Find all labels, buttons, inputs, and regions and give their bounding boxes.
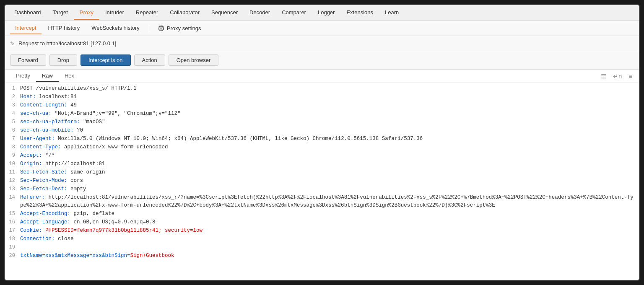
sub-tab-intercept[interactable]: Intercept bbox=[10, 22, 42, 34]
request-bar: ✎ Request to http://localhost:81 [127.0.… bbox=[5, 36, 639, 51]
divider bbox=[149, 24, 149, 33]
line-number: 4 bbox=[8, 110, 20, 118]
line-content: Connection: close bbox=[20, 235, 636, 243]
code-line-16: 16Accept-Language: en-GB,en-US;q=0.9,en;… bbox=[5, 218, 639, 227]
line-content: Host: localhost:81 bbox=[20, 93, 636, 101]
code-line-2: 2Host: localhost:81 bbox=[5, 93, 639, 101]
code-line-18: 18Connection: close bbox=[5, 235, 639, 244]
line-number: 15 bbox=[8, 210, 20, 218]
sub-tab-http-history[interactable]: HTTP history bbox=[43, 22, 85, 34]
line-number: 18 bbox=[8, 235, 20, 243]
newline-icon[interactable]: ↵n bbox=[611, 72, 623, 81]
code-line-19: 19 bbox=[5, 244, 639, 252]
tab-intruder[interactable]: Intruder bbox=[99, 6, 130, 20]
line-number: 20 bbox=[8, 252, 20, 260]
proxy-settings-button[interactable]: Proxy settings bbox=[153, 23, 205, 34]
view-tab-raw[interactable]: Raw bbox=[36, 70, 59, 82]
line-number: 19 bbox=[8, 244, 20, 251]
view-tab-pretty[interactable]: Pretty bbox=[10, 70, 36, 82]
code-line-8: 8Content-Type: application/x-www-form-ur… bbox=[5, 143, 639, 152]
view-tab-hex[interactable]: Hex bbox=[59, 70, 80, 82]
proxy-settings-label: Proxy settings bbox=[167, 25, 201, 31]
line-content: Accept-Language: en-GB,en-US;q=0.9,en;q=… bbox=[20, 218, 636, 226]
tab-repeater[interactable]: Repeater bbox=[130, 6, 164, 20]
line-number: 12 bbox=[8, 177, 20, 185]
code-line-13: 13Sec-Fetch-Dest: empty bbox=[5, 185, 639, 194]
line-number: 11 bbox=[8, 168, 20, 176]
code-line-3: 3Content-Length: 49 bbox=[5, 101, 639, 110]
tab-logger[interactable]: Logger bbox=[312, 6, 340, 20]
menu-icon[interactable]: ≡ bbox=[627, 72, 634, 80]
request-url: Request to http://localhost:81 [127.0.0.… bbox=[18, 40, 116, 47]
tab-sequencer[interactable]: Sequencer bbox=[205, 6, 244, 20]
code-line-12: 12Sec-Fetch-Mode: cors bbox=[5, 177, 639, 185]
line-content: Accept: */* bbox=[20, 152, 636, 160]
line-content: sec-ch-ua: "Not;A-Brand";v="99", "Chromi… bbox=[20, 110, 636, 118]
line-content: txtName=xss&mtxMessage=xss&btnSign=Sign+… bbox=[20, 252, 636, 260]
code-line-7: 7User-Agent: Mozilla/5.0 (Windows NT 10.… bbox=[5, 135, 639, 143]
line-number: 6 bbox=[8, 127, 20, 135]
code-line-4: 4sec-ch-ua: "Not;A-Brand";v="99", "Chrom… bbox=[5, 110, 639, 118]
tab-decoder[interactable]: Decoder bbox=[244, 6, 276, 20]
line-number: 8 bbox=[8, 143, 20, 151]
code-line-17: 17Cookie: PHPSESSID=fekmn7q977k31b0bg11i… bbox=[5, 227, 639, 235]
line-number: 5 bbox=[8, 118, 20, 126]
tab-dashboard[interactable]: Dashboard bbox=[8, 6, 47, 20]
action-bar: Forward Drop Intercept is on Action Open… bbox=[5, 51, 639, 70]
list-icon[interactable]: ☰ bbox=[599, 72, 608, 81]
line-content: User-Agent: Mozilla/5.0 (Windows NT 10.0… bbox=[20, 135, 636, 143]
line-number: 3 bbox=[8, 101, 20, 109]
forward-button[interactable]: Forward bbox=[10, 54, 46, 66]
line-number: 9 bbox=[8, 152, 20, 160]
code-line-20: 20txtName=xss&mtxMessage=xss&btnSign=Sig… bbox=[5, 252, 639, 260]
open-browser-button[interactable]: Open browser bbox=[169, 54, 219, 66]
code-line-5: 5sec-ch-ua-platform: "macOS" bbox=[5, 118, 639, 127]
line-content: Sec-Fetch-Site: same-origin bbox=[20, 168, 636, 176]
pencil-icon: ✎ bbox=[10, 40, 15, 47]
line-content: Accept-Encoding: gzip, deflate bbox=[20, 210, 636, 218]
code-editor[interactable]: 1POST /vulnerabilities/xss_s/ HTTP/1.12H… bbox=[5, 83, 639, 280]
tab-target[interactable]: Target bbox=[47, 6, 74, 20]
main-nav: Dashboard Target Proxy Intruder Repeater… bbox=[5, 5, 639, 21]
code-line-14: 14Referer: http://localhost:81/vulnerabi… bbox=[5, 194, 639, 210]
line-content: Content-Length: 49 bbox=[20, 101, 636, 109]
drop-button[interactable]: Drop bbox=[49, 54, 77, 66]
code-line-6: 6sec-ch-ua-mobile: ?0 bbox=[5, 127, 639, 135]
line-content: Referer: http://localhost:81/vulnerabili… bbox=[20, 194, 636, 210]
line-number: 7 bbox=[8, 135, 20, 143]
tab-collaborator[interactable]: Collaborator bbox=[164, 6, 205, 20]
line-number: 2 bbox=[8, 93, 20, 101]
line-content: sec-ch-ua-platform: "macOS" bbox=[20, 118, 636, 126]
code-line-10: 10Origin: http://localhost:81 bbox=[5, 160, 639, 168]
view-tab-actions: ☰ ↵n ≡ bbox=[599, 72, 634, 81]
line-number: 14 bbox=[8, 194, 20, 202]
code-line-1: 1POST /vulnerabilities/xss_s/ HTTP/1.1 bbox=[5, 85, 639, 93]
tab-learn[interactable]: Learn bbox=[379, 6, 405, 20]
line-number: 10 bbox=[8, 160, 20, 168]
burpsuite-window: Dashboard Target Proxy Intruder Repeater… bbox=[4, 4, 640, 281]
tab-proxy[interactable]: Proxy bbox=[74, 6, 99, 20]
line-content: sec-ch-ua-mobile: ?0 bbox=[20, 127, 636, 135]
code-line-9: 9Accept: */* bbox=[5, 152, 639, 160]
intercept-toggle-button[interactable]: Intercept is on bbox=[80, 54, 131, 66]
gear-icon bbox=[158, 25, 164, 32]
proxy-sub-tabs: Intercept HTTP history WebSockets histor… bbox=[5, 21, 639, 36]
line-number: 13 bbox=[8, 185, 20, 193]
code-line-15: 15Accept-Encoding: gzip, deflate bbox=[5, 210, 639, 218]
line-content: Content-Type: application/x-www-form-url… bbox=[20, 143, 636, 151]
line-number: 17 bbox=[8, 227, 20, 235]
action-button[interactable]: Action bbox=[134, 54, 165, 66]
tab-extensions[interactable]: Extensions bbox=[340, 6, 379, 20]
line-content: Sec-Fetch-Dest: empty bbox=[20, 185, 636, 193]
line-content: Sec-Fetch-Mode: cors bbox=[20, 177, 636, 185]
sub-tab-websockets[interactable]: WebSockets history bbox=[86, 22, 145, 34]
line-content: Origin: http://localhost:81 bbox=[20, 160, 636, 168]
line-content: POST /vulnerabilities/xss_s/ HTTP/1.1 bbox=[20, 85, 636, 93]
view-tabs: Pretty Raw Hex ☰ ↵n ≡ bbox=[5, 70, 639, 83]
line-number: 1 bbox=[8, 85, 20, 93]
tab-comparer[interactable]: Comparer bbox=[276, 6, 312, 20]
line-content: Cookie: PHPSESSID=fekmn7q977k31b0bg11i88… bbox=[20, 227, 636, 235]
line-number: 16 bbox=[8, 218, 20, 226]
code-line-11: 11Sec-Fetch-Site: same-origin bbox=[5, 168, 639, 177]
